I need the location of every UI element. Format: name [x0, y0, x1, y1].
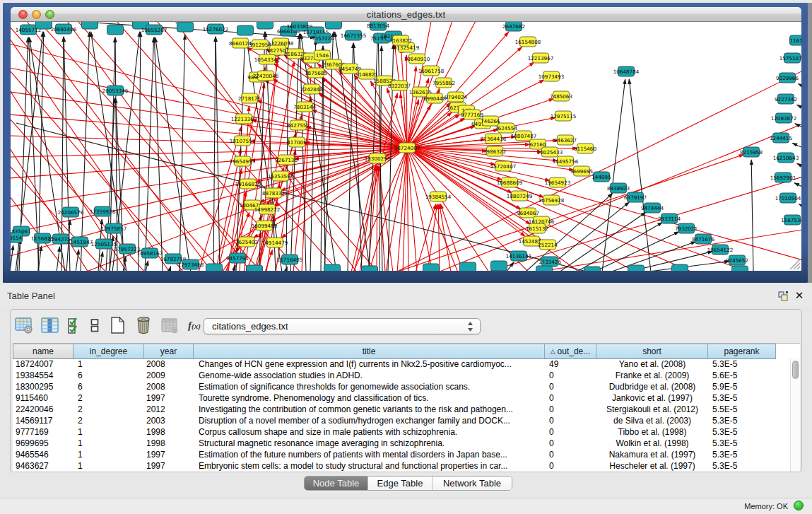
float-panel-icon[interactable] [778, 291, 789, 301]
table-cell[interactable]: 5.3E-5 [708, 393, 776, 404]
graph-node[interactable] [584, 267, 601, 271]
tab-edge-table[interactable]: Edge Table [368, 477, 433, 490]
table-cell[interactable]: 9465546 [13, 450, 73, 461]
table-cell[interactable]: 1 [73, 438, 144, 450]
network-canvas[interactable]: 1405571220891406106552671527602269661001… [11, 22, 801, 271]
tab-node-table[interactable]: Node Table [305, 477, 368, 490]
table-cell[interactable]: Estimation of the future numbers of pati… [194, 450, 545, 461]
table-cell[interactable]: 5.3E-5 [708, 461, 776, 472]
table-cell[interactable]: 14569117 [13, 416, 73, 427]
table-cell[interactable]: 2008 [144, 382, 194, 393]
table-cell[interactable]: 2012 [144, 404, 194, 416]
graph-node[interactable] [82, 22, 98, 29]
table-cell[interactable]: Stergiakouli et al. (2012) [596, 404, 708, 416]
table-cell[interactable]: 5.6E-5 [708, 370, 776, 382]
graph-node[interactable] [326, 22, 342, 29]
table-cell[interactable]: 0 [545, 404, 596, 416]
table-cell[interactable]: 1 [73, 450, 144, 461]
table-cell[interactable]: 5.9E-5 [708, 382, 776, 393]
table-cell[interactable]: 2 [73, 416, 144, 427]
table-cell[interactable]: 0 [545, 370, 596, 382]
graph-node[interactable] [36, 22, 52, 29]
function-builder-button[interactable]: f(x) [185, 315, 204, 335]
table-cell[interactable]: 9115460 [13, 393, 73, 404]
import-table-disabled-button[interactable] [159, 315, 180, 335]
table-cell[interactable]: 0 [545, 427, 596, 438]
graph-node[interactable] [107, 25, 124, 35]
table-cell[interactable]: 9777169 [13, 427, 73, 438]
table-cell[interactable]: 2 [73, 393, 144, 404]
column-header-year[interactable]: year [144, 344, 194, 359]
table-cell[interactable]: Embryonic stem cells: a model to study s… [194, 461, 545, 472]
table-row[interactable]: 977716911998Corpus callosum shape and si… [13, 427, 776, 438]
table-cell[interactable]: 2009 [144, 370, 194, 382]
table-row[interactable]: 969969511998Structural magnetic resonanc… [13, 438, 776, 450]
table-cell[interactable]: Hescheler et al. (1997) [596, 461, 708, 472]
new-table-button[interactable] [107, 315, 128, 335]
table-cell[interactable]: 18724007 [13, 359, 73, 370]
graph-node[interactable] [672, 264, 688, 271]
table-cell[interactable]: Jankovic et al. (1997) [596, 393, 708, 404]
table-row[interactable]: 946362711997Embryonic stem cells: a mode… [13, 461, 776, 472]
table-cell[interactable]: 18300295 [13, 382, 73, 393]
graph-node[interactable] [257, 22, 273, 29]
table-cell[interactable]: 1 [73, 427, 144, 438]
table-cell[interactable]: 1998 [144, 427, 194, 438]
table-cell[interactable]: Tourette syndrome. Phenomenology and cla… [194, 393, 545, 404]
table-row[interactable]: 1938455462009Genome-wide association stu… [13, 370, 776, 382]
graph-node[interactable] [324, 264, 341, 271]
graph-node[interactable] [536, 266, 553, 271]
table-cell[interactable]: 49 [545, 359, 596, 370]
column-header-name[interactable]: name [13, 344, 73, 359]
graph-node[interactable] [628, 265, 645, 271]
table-select-dropdown[interactable]: citations_edges.txt [204, 318, 481, 334]
table-cell[interactable]: 5.3E-5 [708, 450, 776, 461]
graph-node[interactable] [732, 266, 748, 271]
selection-mode-button[interactable] [66, 315, 83, 335]
window-titlebar[interactable]: citations_edges.txt [11, 7, 801, 22]
table-row[interactable]: 1456911722003Disruption of a novel membe… [13, 416, 776, 427]
table-cell[interactable]: 2003 [144, 416, 194, 427]
table-cell[interactable]: 1 [73, 359, 144, 370]
table-cell[interactable]: Changes of HCN gene expression and I(f) … [194, 359, 545, 370]
column-header-in_degree[interactable]: in_degree [73, 344, 144, 359]
table-settings-button[interactable] [13, 315, 35, 335]
table-cell[interactable]: 1998 [144, 438, 194, 450]
column-header-out_de[interactable]: △out_de... [545, 344, 596, 359]
table-cell[interactable]: 5.3E-5 [708, 438, 776, 450]
table-cell[interactable]: Structural magnetic resonance image aver… [194, 438, 545, 450]
table-cell[interactable]: Estimation of significance thresholds fo… [194, 382, 545, 393]
graph-node[interactable] [206, 264, 223, 271]
table-cell[interactable]: Dudbridge et al. (2008) [596, 382, 708, 393]
table-cell[interactable]: 19384554 [13, 370, 73, 382]
table-cell[interactable]: 2008 [144, 359, 194, 370]
table-cell[interactable]: 0 [545, 461, 596, 472]
table-cell[interactable]: 0 [545, 393, 596, 404]
select-columns-button[interactable] [40, 315, 61, 335]
table-cell[interactable]: Genome-wide association studies in ADHD. [194, 370, 545, 382]
table-cell[interactable]: 6 [73, 382, 144, 393]
table-cell[interactable]: 5.5E-5 [708, 404, 776, 416]
table-cell[interactable]: Tibbo et al. (1998) [596, 427, 708, 438]
table-cell[interactable]: 5.3E-5 [708, 416, 776, 427]
close-panel-icon[interactable]: ✕ [794, 289, 805, 302]
table-row[interactable]: 946554611997Estimation of the future num… [13, 450, 776, 461]
table-cell[interactable]: Yano et al. (2008) [596, 359, 708, 370]
table-cell[interactable]: 9463627 [13, 461, 73, 472]
graph-node[interactable] [247, 265, 263, 271]
column-header-title[interactable]: title [194, 344, 545, 359]
graph-node[interactable] [177, 22, 194, 32]
table-scrollbar[interactable] [790, 359, 800, 472]
table-cell[interactable]: 6 [73, 370, 144, 382]
delete-table-button[interactable] [133, 315, 154, 335]
table-cell[interactable]: 0 [545, 438, 596, 450]
table-cell[interactable]: 1997 [144, 461, 194, 472]
column-header-pagerank[interactable]: pagerank [708, 344, 776, 359]
table-row[interactable]: 1830029562008Estimation of significance … [13, 382, 776, 393]
column-header-short[interactable]: short [596, 344, 708, 359]
graph-node[interactable] [237, 25, 254, 35]
table-cell[interactable]: 22420046 [13, 404, 73, 416]
table-cell[interactable]: 1997 [144, 393, 194, 404]
table-cell[interactable]: Franke et al. (2009) [596, 370, 708, 382]
row-height-button[interactable] [88, 315, 102, 335]
